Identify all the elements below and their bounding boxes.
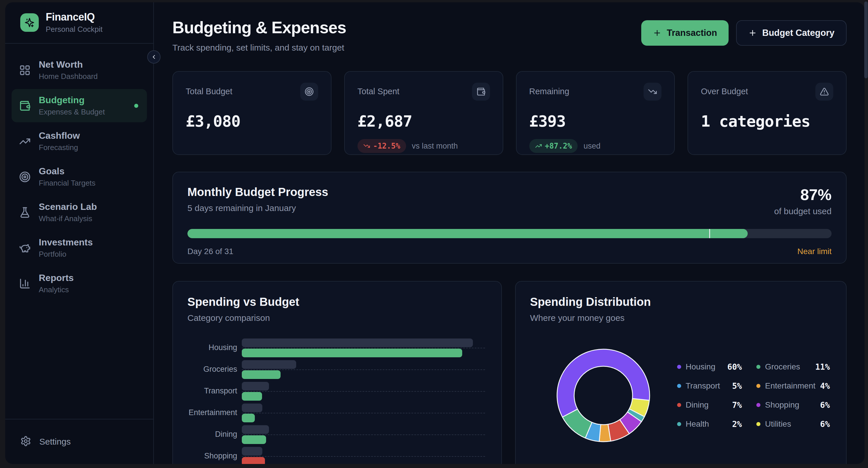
day-marker [709, 229, 710, 238]
nav-title: Cashflow [39, 130, 80, 141]
chevron-left-icon [151, 54, 157, 60]
sidebar-item-settings[interactable]: Settings [11, 431, 147, 453]
bar-chart: HousingGroceriesTransportEntertainmentDi… [187, 338, 487, 464]
budget-progress-fill [187, 229, 748, 238]
donut-chart [555, 347, 652, 444]
legend-percent: 11% [815, 362, 830, 372]
budget-bar [242, 447, 262, 456]
bar-pair [242, 446, 487, 464]
sidebar-item-goals[interactable]: GoalsFinancial Targets [11, 160, 147, 193]
sidebar: FinanceIQ Personal Cockpit Net WorthHome… [5, 2, 154, 464]
monthly-budget-progress-card: Monthly Budget Progress 5 days remaining… [173, 172, 846, 264]
brand-text: FinanceIQ Personal Cockpit [46, 11, 103, 34]
legend-dot [756, 365, 761, 369]
legend-item-utilities: Utilities6% [756, 417, 830, 431]
legend-dot [677, 403, 681, 407]
sidebar-item-investments[interactable]: InvestmentsPortfolio [11, 231, 147, 265]
sidebar-nav: Net WorthHome DashboardBudgetingExpenses… [5, 44, 153, 419]
wallet-icon [19, 100, 31, 111]
sidebar-item-scenario-lab[interactable]: Scenario LabWhat-if Analysis [11, 196, 147, 229]
stat-card-remaining: Remaining£393+87.2%used [516, 71, 675, 155]
stat-value: 1 categories [701, 112, 833, 130]
bar-pair [242, 425, 487, 446]
scrollbar-thumb[interactable] [864, 1, 868, 78]
sidebar-item-budgeting[interactable]: BudgetingExpenses & Budget [11, 89, 147, 122]
stat-icon-box [300, 83, 318, 101]
legend-dot [756, 384, 761, 388]
nav-subtitle: Forecasting [39, 143, 80, 152]
stat-label: Remaining [529, 87, 569, 96]
donut-chart-body: Housing60%Groceries11%Transport5%Enterta… [530, 347, 832, 444]
legend-dot [677, 384, 681, 388]
legend-label: Groceries [765, 362, 810, 371]
legend-dot [677, 422, 681, 426]
legend-dot [756, 422, 761, 426]
sidebar-item-net-worth[interactable]: Net WorthHome Dashboard [11, 54, 147, 87]
stat-badge-row: +87.2%used [529, 139, 662, 153]
nav-text: Net WorthHome Dashboard [39, 59, 98, 81]
legend-label: Dining [686, 400, 728, 410]
settings-label: Settings [39, 437, 70, 446]
legend-item-transport: Transport5% [677, 379, 742, 393]
app-name: FinanceIQ [46, 11, 103, 23]
nav-text: BudgetingExpenses & Budget [39, 95, 105, 116]
sidebar-collapse-button[interactable] [147, 50, 160, 64]
brand-logo [20, 13, 39, 32]
app-tagline: Personal Cockpit [46, 25, 103, 34]
trending-up-icon [535, 142, 542, 149]
progress-header: Monthly Budget Progress 5 days remaining… [187, 186, 832, 216]
brand: FinanceIQ Personal Cockpit [5, 2, 153, 44]
progress-percent-note: of budget used [774, 206, 832, 216]
sidebar-item-cashflow[interactable]: CashflowForecasting [11, 125, 147, 158]
bar-pair [242, 381, 487, 403]
legend-label: Shopping [765, 400, 815, 410]
bar-pair [242, 403, 487, 425]
plus-icon [748, 29, 757, 37]
sparkles-icon [24, 17, 35, 28]
nav-title: Reports [39, 273, 74, 283]
donut-svg [555, 347, 652, 444]
nav-text: Scenario LabWhat-if Analysis [39, 201, 97, 223]
nav-subtitle: Portfolio [39, 250, 93, 259]
bar-chart-title: Spending vs Budget [187, 295, 487, 308]
gear-icon [20, 436, 31, 448]
legend-percent: 6% [820, 400, 830, 410]
budget-bar [242, 404, 262, 412]
spent-bar [242, 392, 262, 401]
bar-category-label: Housing [187, 343, 237, 355]
bar-chart-icon [19, 278, 31, 289]
bar-row-groceries: Groceries [187, 360, 487, 381]
plus-icon [653, 29, 661, 37]
nav-title: Net Worth [39, 59, 98, 70]
alert-triangle-icon [820, 87, 829, 96]
legend-item-housing: Housing60% [677, 360, 742, 374]
stat-icon-box [644, 83, 661, 101]
bar-row-dining: Dining [187, 425, 487, 446]
nav-subtitle: Analytics [39, 285, 74, 294]
change-badge: -12.5% [358, 139, 406, 153]
stat-card-top: Total Spent [358, 83, 490, 101]
donut-chart-title: Spending Distribution [530, 295, 832, 308]
page-header-text: Budgeting & Expenses Track spending, set… [173, 18, 346, 53]
bar-pair [242, 338, 487, 360]
progress-subtitle: 5 days remaining in January [187, 203, 328, 213]
bar-category-label: Transport [187, 387, 237, 398]
bar-row-entertainment: Entertainment [187, 403, 487, 425]
stat-card-over-budget: Over Budget1 categories [687, 71, 846, 155]
add-transaction-button[interactable]: Transaction [641, 20, 728, 46]
sidebar-item-reports[interactable]: ReportsAnalytics [11, 267, 147, 300]
spent-bar [242, 414, 255, 422]
spent-bar [242, 435, 266, 444]
nav-text: ReportsAnalytics [39, 273, 74, 294]
page-header: Budgeting & Expenses Track spending, set… [173, 18, 846, 53]
piggy-bank-icon [19, 242, 31, 254]
gear-icon [20, 436, 31, 446]
stat-card-top: Over Budget [701, 83, 833, 101]
add-budget-category-button[interactable]: Budget Category [736, 20, 846, 46]
progress-header-left: Monthly Budget Progress 5 days remaining… [187, 186, 328, 213]
badge-note: used [583, 142, 600, 151]
nav-text: InvestmentsPortfolio [39, 237, 93, 259]
stat-card-total-spent: Total Spent£2,687-12.5%vs last month [344, 71, 503, 155]
nav-subtitle: Financial Targets [39, 179, 95, 188]
legend-item-shopping: Shopping6% [756, 398, 830, 412]
